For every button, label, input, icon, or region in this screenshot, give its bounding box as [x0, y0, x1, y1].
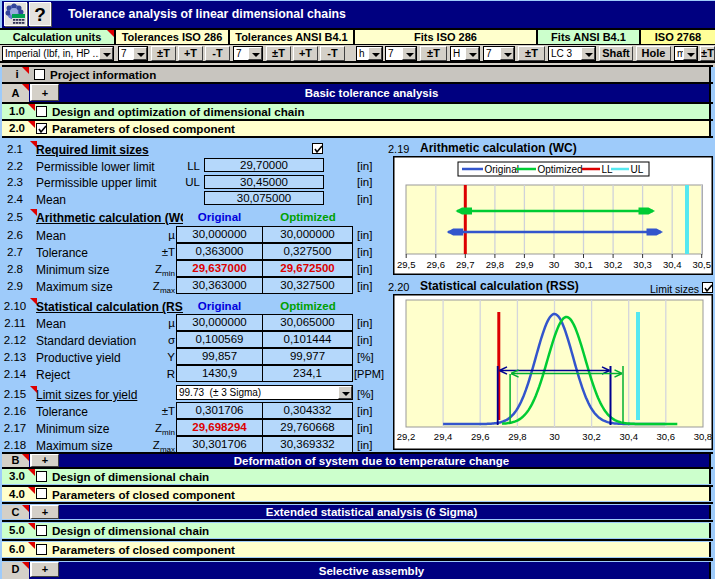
svg-text:30,8: 30,8 — [694, 431, 713, 442]
svg-text:Optimized: Optimized — [538, 164, 583, 175]
svg-text:29,8: 29,8 — [486, 259, 505, 270]
svg-text:30,4: 30,4 — [663, 259, 682, 270]
svg-text:30,6: 30,6 — [657, 431, 676, 442]
svg-text:UL: UL — [631, 164, 644, 175]
svg-text:30,2: 30,2 — [604, 259, 623, 270]
svg-text:30,3: 30,3 — [633, 259, 652, 270]
svg-text:29,2: 29,2 — [397, 431, 416, 442]
svg-text:30,5: 30,5 — [692, 259, 711, 270]
svg-text:29,5: 29,5 — [397, 259, 416, 270]
svg-text:30,4: 30,4 — [619, 431, 638, 442]
svg-text:30,1: 30,1 — [574, 259, 593, 270]
svg-text:30: 30 — [549, 431, 560, 442]
svg-text:29,7: 29,7 — [456, 259, 475, 270]
svg-text:29,8: 29,8 — [508, 431, 527, 442]
svg-text:30,2: 30,2 — [582, 431, 601, 442]
svg-text:29,4: 29,4 — [434, 431, 453, 442]
svg-text:30: 30 — [549, 259, 560, 270]
svg-text:Original: Original — [485, 164, 519, 175]
svg-text:29,6: 29,6 — [471, 431, 490, 442]
svg-text:29,6: 29,6 — [427, 259, 446, 270]
svg-text:29,9: 29,9 — [515, 259, 534, 270]
